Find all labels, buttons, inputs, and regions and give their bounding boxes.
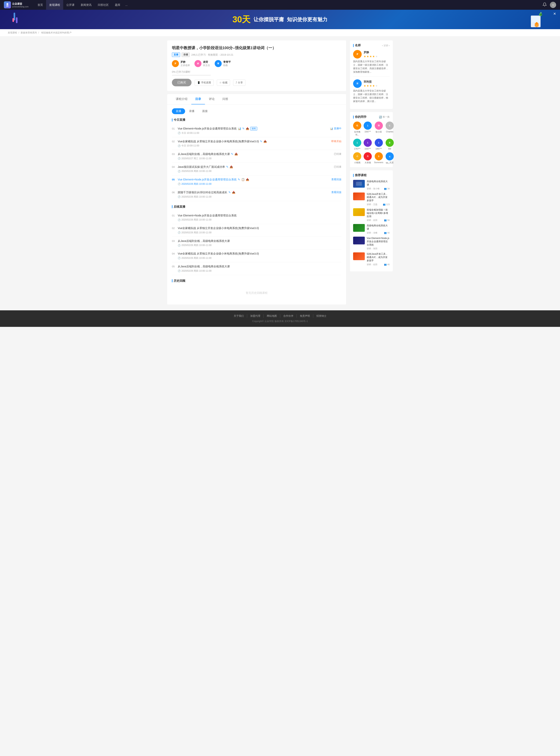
clock-icon: 🕐 (178, 132, 181, 134)
lesson-status-end: 已结束 (332, 165, 341, 168)
classmate-12-name: qq_天涯 (386, 161, 394, 164)
star-5: ★ (375, 84, 378, 87)
course-header: 明星中教授课，小学阶段语法100分–强化级第1讲动词（一） 直播 录播 246人… (167, 40, 346, 91)
rec-title-4: 高级电商全线系统大课 (367, 224, 390, 231)
lesson-icon-edit[interactable]: ✎ (231, 152, 233, 156)
rec-item-4[interactable]: 高级电商全线系统大课 讲师：冷峰 👥 40 (353, 224, 390, 234)
lesson-title: 从Java后端到全栈，高级电商全栈系统大课 (178, 239, 341, 243)
lesson-title-text: Vue Element+Node.js开发企业通用管理后台系统 (178, 178, 237, 182)
teachers-card: 名师 ‹ 1/10 › 罗 罗静 ★ (350, 40, 393, 109)
svg-point-4 (540, 12, 542, 13)
lesson-icon-chart[interactable]: 📊 (238, 127, 241, 131)
lesson-icon-share[interactable]: 📤 (229, 165, 233, 169)
c5-av: 1 (353, 139, 361, 147)
rec-students-2: 👥 123 (383, 203, 390, 206)
footer-link-about[interactable]: 关于我们 (231, 314, 247, 318)
share-button[interactable]: ⤴ 分享 (233, 80, 245, 86)
lesson-icon-edit[interactable]: ✎ (260, 140, 262, 143)
lesson-time: 🕐 今日 10:00-11:00 (178, 132, 328, 135)
lesson-time-text: 2020/02/26 周四 10:00-11:00 (181, 269, 212, 273)
rec-title-text: 推荐课程 (355, 174, 366, 177)
nav-question-bank[interactable]: 题库 (112, 0, 123, 10)
rec-item-1[interactable]: 高级电商全线系统大课 讲师：张小锋 👥 34 (353, 180, 390, 190)
lesson-title-wrapper: Vue Element+Node.js开发企业通用管理后台系统 📊 ✎ 📤 资料 (178, 127, 328, 131)
nav-qa[interactable]: 问答社区 (95, 0, 112, 10)
rec-info-5: Vue Element+Node.js开发企业通用管理后台系统 讲师：张田 (367, 237, 390, 250)
footer-link-recruit[interactable]: 招资纳士 (313, 314, 329, 318)
notification-bell[interactable] (542, 2, 547, 7)
breadcrumb-discover[interactable]: 发现课程 (8, 31, 17, 34)
user-avatar[interactable]: U (550, 2, 556, 8)
lesson-icon-note[interactable]: 📋 (241, 178, 245, 182)
clock-icon: 🕐 (178, 144, 181, 147)
teachers-title-text: 名师 (355, 43, 361, 47)
lesson-title-wrapper: 跟随千万级项目从0到100全过程高效成长 ✎ 📤 (178, 191, 329, 195)
nav-news[interactable]: 新闻资讯 (78, 0, 95, 10)
lesson-material-badge[interactable]: 资料 (250, 127, 257, 131)
subtab-live[interactable]: 直播 (172, 108, 185, 114)
nav-more[interactable]: ... (123, 3, 130, 6)
phone-watch-label: 手机观看 (201, 81, 211, 84)
rec-item-5[interactable]: Vue Element+Node.js开发企业通用管理后台系统 讲师：张田 (353, 237, 390, 250)
lesson-body: 跟随千万级项目从0到100全过程高效成长 ✎ 📤 🕐 2020/02/26 周四… (178, 191, 329, 199)
content-right: 名师 ‹ 1/10 › 罗 罗静 ★ (350, 40, 393, 304)
lesson-num: 05 (172, 178, 178, 181)
lesson-title-wrapper: Vue全家桶实战 从零独立开发企业级小米电商系统(免费升级Vue3.0) ✎ 📤 (178, 140, 329, 143)
lesson-icon-edit[interactable]: ✎ (242, 127, 245, 131)
lesson-icon-share[interactable]: 📤 (246, 127, 249, 131)
buy-button[interactable]: 已购买 (172, 79, 192, 86)
lesson-num: 03 (172, 152, 178, 156)
lesson-body: Vue Element+Node.js开发企业通用管理后台系统 🕐 2020/0… (178, 214, 341, 222)
tab-intro[interactable]: 课程介绍 (172, 94, 191, 104)
lesson-icon-edit[interactable]: ✎ (238, 178, 240, 182)
footer-link-disclaimer[interactable]: 免责声明 (297, 314, 313, 318)
rec-thumb-1 (353, 180, 365, 187)
lesson-icon-share[interactable]: 📤 (246, 178, 249, 182)
classmate-10: 大 大笨狼 (364, 152, 372, 164)
lesson-icon-edit[interactable]: ✎ (228, 191, 231, 195)
classmate-5-avatar: 1 (353, 139, 361, 147)
footer-link-partner[interactable]: 合作伙伴 (280, 314, 297, 318)
collect-button[interactable]: ☆ 收藏 (217, 80, 230, 86)
lesson-status-replay[interactable]: 查看回放 (329, 191, 341, 194)
tab-directory[interactable]: 目录 (191, 94, 205, 104)
nav-open-course[interactable]: 公开课 (63, 0, 78, 10)
nav-discover[interactable]: 发现课程 (46, 0, 63, 10)
lesson-item: 03 从Java后端到全栈，高级电商全栈系统大课 ✎ 📤 🕐 2020/02/2… (172, 150, 341, 163)
teachers-nav[interactable]: ‹ 1/10 › (382, 44, 390, 47)
lesson-title-wrapper: Vue Element+Node.js开发企业通用管理后台系统 ✎ 📋 📤 (178, 178, 329, 182)
breadcrumb-series[interactable]: 新媒体营销系列 (21, 31, 37, 34)
lesson-time-text: 2020/02/26 周四 10:00-11:00 (181, 257, 212, 260)
tab-content: 直播 录播 面接 今日直播 01 Vue Element+Node.js开发企业… (167, 104, 346, 304)
lesson-icon-share[interactable]: 📤 (235, 152, 238, 156)
lesson-num: 02 (172, 226, 178, 230)
rec-item-2[interactable]: 玩转Java开发工具，精通JUC，成为开发多面手 讲师：王磊 👥 123 (353, 193, 390, 206)
footer-link-agent[interactable]: 加盟代理 (247, 314, 264, 318)
teachers-nav-text: 1/10 (384, 44, 388, 47)
tab-qa[interactable]: 问答 (219, 94, 232, 104)
content-left: 明星中教授课，小学阶段语法100分–强化级第1讲动词（一） 直播 录播 246人… (167, 40, 346, 304)
nav-home[interactable]: 首页 (35, 0, 46, 10)
rec-item-3[interactable]: 前端全栈加强版！前端全线+全周期+多维应用 讲师：佐田 👥 56 (353, 208, 390, 222)
classmate-3-avatar: 张 (375, 121, 383, 130)
rec-thumb-3 (353, 208, 365, 216)
subtab-record[interactable]: 录播 (185, 108, 198, 114)
course-teachers: 罗 罗静 主讲老师 凌 凌荷 班主任 (172, 60, 341, 67)
phone-watch-button[interactable]: 📱 手机观看 (195, 80, 214, 86)
classmates-refresh[interactable]: 🔄 换一换 (379, 115, 390, 119)
lesson-icon-share[interactable]: 📤 (232, 191, 235, 195)
lesson-status-replay[interactable]: 查看回放 (329, 178, 341, 181)
phone-icon: 📱 (197, 81, 200, 84)
footer-link-sitemap[interactable]: 网站地图 (264, 314, 280, 318)
rec-item-6[interactable]: 玩转Java开发工具，精通JUC，成为开发多面手 讲师：佐田 👥 46 (353, 252, 390, 266)
lesson-icon-share[interactable]: 📤 (263, 140, 267, 143)
clock-icon: 🕐 (178, 157, 181, 160)
lesson-icon-edit[interactable]: ✎ (226, 165, 228, 169)
tab-comments[interactable]: 评论 (205, 94, 219, 104)
logo[interactable]: 云朵课堂 yunduoketang.com (4, 1, 28, 8)
banner-close-button[interactable]: ✕ (553, 12, 556, 16)
subtab-face[interactable]: 面接 (198, 108, 212, 114)
lesson-title-wrapper: Java项目面试实操 提升大厂面试成功率 ✎ 📤 (178, 165, 332, 169)
classmate-6-avatar: 1 (364, 139, 372, 147)
teacher-2-avatar-text: 凌 (195, 60, 201, 67)
